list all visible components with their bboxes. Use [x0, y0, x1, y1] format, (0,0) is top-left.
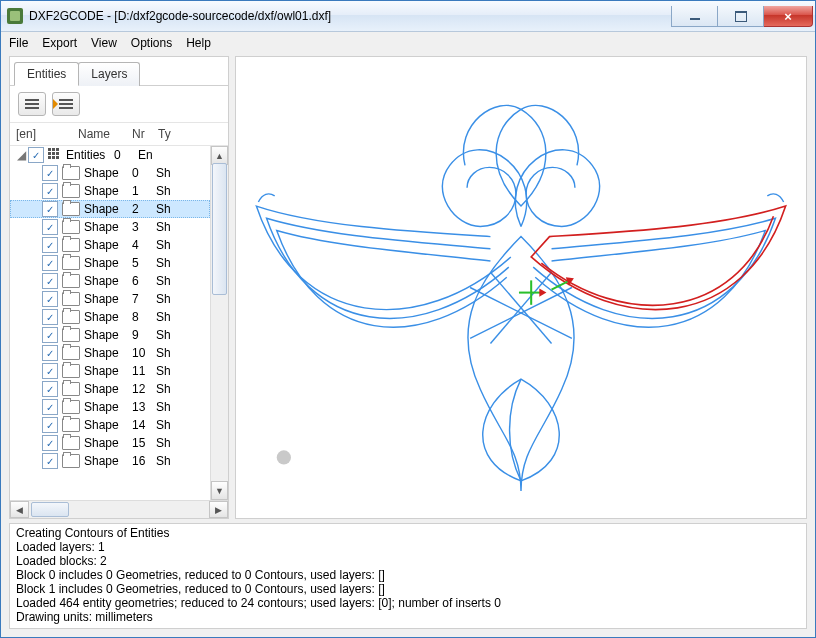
tree-checkbox[interactable] [42, 237, 58, 253]
tree-nr-cell: 11 [132, 364, 156, 378]
log-line: Block 1 includes 0 Geometries, reduced t… [16, 582, 800, 596]
collapse-all-button[interactable] [18, 92, 46, 116]
tree-checkbox[interactable] [42, 453, 58, 469]
tree-checkbox[interactable] [42, 273, 58, 289]
tree-nr-cell: 1 [132, 184, 156, 198]
tree-checkbox[interactable] [42, 345, 58, 361]
tree-root-row[interactable]: ◢Entities0En [10, 146, 210, 164]
tree-col-ty[interactable]: Ty [158, 127, 178, 141]
menu-view[interactable]: View [91, 36, 117, 50]
tree-col-name[interactable]: Name [78, 127, 132, 141]
tree-shape-row[interactable]: Shape3Sh [10, 218, 210, 236]
svg-marker-2 [539, 289, 546, 297]
shape-icon [62, 364, 80, 378]
maximize-button[interactable] [718, 6, 764, 27]
tree-shape-row[interactable]: Shape14Sh [10, 416, 210, 434]
tree-shape-row[interactable]: Shape16Sh [10, 452, 210, 470]
menu-bar: File Export View Options Help [1, 32, 815, 54]
tree-nr-cell: 13 [132, 400, 156, 414]
tree-type-cell: Sh [156, 454, 176, 468]
tree-shape-row[interactable]: Shape4Sh [10, 236, 210, 254]
tree-shape-row[interactable]: Shape7Sh [10, 290, 210, 308]
app-icon [7, 8, 23, 24]
tree-toolbar [10, 86, 228, 123]
tree-checkbox[interactable] [42, 417, 58, 433]
scroll-down-button[interactable]: ▼ [211, 481, 228, 500]
tree-checkbox[interactable] [42, 381, 58, 397]
hscroll-thumb[interactable] [31, 502, 69, 517]
tree-shape-row[interactable]: Shape6Sh [10, 272, 210, 290]
tree-nr-cell: 2 [132, 202, 156, 216]
tab-entities[interactable]: Entities [14, 62, 79, 86]
scroll-thumb[interactable] [212, 163, 227, 295]
tree-name-cell: Shape [84, 220, 132, 234]
tree-shape-row[interactable]: Shape5Sh [10, 254, 210, 272]
menu-options[interactable]: Options [131, 36, 172, 50]
tree-nr-cell: 15 [132, 436, 156, 450]
tree-checkbox[interactable] [42, 309, 58, 325]
tab-layers[interactable]: Layers [78, 62, 140, 86]
tree-shape-row[interactable]: Shape0Sh [10, 164, 210, 182]
tree-name-cell: Shape [84, 274, 132, 288]
menu-file[interactable]: File [9, 36, 28, 50]
tree-shape-row[interactable]: Shape15Sh [10, 434, 210, 452]
tree-nr-cell: 6 [132, 274, 156, 288]
tree-type-cell: Sh [156, 418, 176, 432]
tree-shape-row[interactable]: Shape8Sh [10, 308, 210, 326]
tree-checkbox[interactable] [42, 183, 58, 199]
expand-toggle-icon[interactable]: ◢ [14, 148, 28, 162]
tree-nr-cell: 8 [132, 310, 156, 324]
log-line: Loaded layers: 1 [16, 540, 800, 554]
tree-checkbox[interactable] [28, 147, 44, 163]
tree-col-en[interactable]: [en] [16, 127, 78, 141]
tree-checkbox[interactable] [42, 255, 58, 271]
shape-icon [62, 292, 80, 306]
tree-checkbox[interactable] [42, 219, 58, 235]
tree-shape-row[interactable]: Shape2Sh [10, 200, 210, 218]
tree-checkbox[interactable] [42, 363, 58, 379]
upper-area: Entities Layers [en] Name Nr Ty ◢Entiti [9, 56, 807, 519]
client-area: Entities Layers [en] Name Nr Ty ◢Entiti [1, 54, 815, 637]
tree-name-cell: Shape [84, 454, 132, 468]
tree-nr-cell: 7 [132, 292, 156, 306]
menu-help[interactable]: Help [186, 36, 211, 50]
expand-all-button[interactable] [52, 92, 80, 116]
shape-icon [62, 346, 80, 360]
tree-shape-row[interactable]: Shape11Sh [10, 362, 210, 380]
hscroll-right-button[interactable]: ▶ [209, 501, 228, 518]
tree-checkbox[interactable] [42, 201, 58, 217]
shape-icon [62, 238, 80, 252]
tree-checkbox[interactable] [42, 165, 58, 181]
tree-name-cell: Shape [84, 238, 132, 252]
menu-export[interactable]: Export [42, 36, 77, 50]
shape-icon [62, 256, 80, 270]
app-window: DXF2GCODE - [D:/dxf2gcode-sourcecode/dxf… [0, 0, 816, 638]
drawing-canvas[interactable] [235, 56, 807, 519]
tree-shape-row[interactable]: Shape10Sh [10, 344, 210, 362]
tree-checkbox[interactable] [42, 327, 58, 343]
log-panel[interactable]: Creating Contours of Entities Loaded lay… [9, 523, 807, 629]
tree-checkbox[interactable] [42, 399, 58, 415]
tree-shape-row[interactable]: Shape13Sh [10, 398, 210, 416]
tree-name-cell: Shape [84, 202, 132, 216]
titlebar[interactable]: DXF2GCODE - [D:/dxf2gcode-sourcecode/dxf… [1, 1, 815, 32]
tree-shape-row[interactable]: Shape9Sh [10, 326, 210, 344]
tree-nr-cell: 4 [132, 238, 156, 252]
tree-col-nr[interactable]: Nr [132, 127, 158, 141]
tree-horizontal-scrollbar[interactable]: ◀ ▶ [10, 500, 228, 518]
shape-icon [62, 418, 80, 432]
tree-name-cell: Shape [84, 400, 132, 414]
close-button[interactable]: × [764, 6, 813, 27]
tree-header[interactable]: [en] Name Nr Ty [10, 123, 228, 146]
log-line: Drawing units: millimeters [16, 610, 800, 624]
tabs: Entities Layers [10, 57, 228, 86]
tree-name-cell: Entities [66, 148, 114, 162]
hscroll-left-button[interactable]: ◀ [10, 501, 29, 518]
tree-shape-row[interactable]: Shape12Sh [10, 380, 210, 398]
tree-checkbox[interactable] [42, 435, 58, 451]
tree-checkbox[interactable] [42, 291, 58, 307]
tree-shape-row[interactable]: Shape1Sh [10, 182, 210, 200]
shape-icon [62, 328, 80, 342]
minimize-button[interactable] [671, 6, 718, 27]
tree-vertical-scrollbar[interactable]: ▲ ▼ [210, 146, 228, 500]
